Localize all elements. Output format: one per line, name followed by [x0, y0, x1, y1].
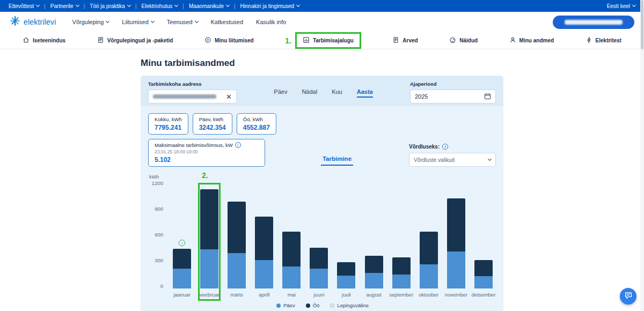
legend-dot — [276, 303, 281, 308]
calendar-icon[interactable] — [484, 93, 491, 101]
bar-segment-paev[interactable] — [310, 269, 328, 288]
chevron-down-icon — [632, 3, 636, 7]
nav-label: Võrguleping — [72, 19, 104, 25]
info-icon[interactable]: i — [235, 142, 241, 148]
bar-segment-paev[interactable] — [474, 276, 493, 288]
legend-item-öö: Öö — [306, 302, 320, 308]
chat-icon — [624, 291, 633, 302]
address-input[interactable]: ✕ — [148, 90, 237, 103]
bar-segment-paev[interactable] — [282, 266, 301, 288]
year-input[interactable]: 2025 — [410, 90, 496, 103]
bar-segment-oo[interactable] — [173, 249, 191, 269]
bar-segment-paev[interactable] — [447, 251, 465, 288]
bar-segment-oo[interactable] — [474, 260, 493, 276]
tab-paev[interactable]: Päev — [274, 88, 287, 98]
user-account-button[interactable] — [553, 16, 634, 29]
period-filter: Ajaperiood 2025 — [410, 81, 496, 100]
month-label: september — [389, 292, 413, 298]
bar-segment-paev[interactable] — [365, 273, 383, 288]
tab-tarbimine[interactable]: Tarbimine — [321, 156, 353, 166]
bar-column-aprill[interactable]: aprill — [252, 186, 276, 298]
bar-segment-paev[interactable] — [228, 253, 246, 288]
clear-address-icon[interactable]: ✕ — [226, 93, 232, 100]
info-icon[interactable]: i — [179, 240, 185, 246]
subnav-elektritest[interactable]: Elektritest — [586, 36, 621, 45]
bar-column-oktoober[interactable]: oktoober — [416, 186, 441, 298]
topbar-link-label: Ettevõttest — [9, 3, 34, 9]
stats-row-2: Maksimaalne tarbimisvõimsus, kW i 23.01.… — [148, 139, 496, 167]
bar-segment-paev[interactable] — [200, 249, 218, 288]
comparison-block: Võrdluseks: i Võrdluste valikud — [409, 144, 496, 167]
bar-column-märts[interactable]: märts — [224, 186, 249, 298]
bar-segment-paev[interactable] — [420, 264, 438, 288]
bar-segment-paev[interactable] — [173, 269, 191, 288]
elektrilevi-logo[interactable]: elektrilevi — [10, 16, 56, 28]
topbar-link-maaomanikule[interactable]: Maaomanikule — [189, 3, 229, 9]
bar-column-jaanuar[interactable]: ijaanuar — [170, 186, 194, 298]
bar-column-mai[interactable]: mai — [279, 186, 304, 298]
nav-vorguleping[interactable]: Võrguleping — [72, 19, 109, 25]
chevron-down-icon — [194, 19, 198, 23]
nav-liitumised[interactable]: Liitumised — [122, 19, 154, 25]
card-label: Kokku, kWh — [155, 116, 182, 122]
month-label: aprill — [259, 292, 269, 298]
bar-column-veebruar[interactable]: veebruar2. — [197, 186, 222, 298]
month-label: veebruar — [199, 292, 219, 298]
bar-segment-oo[interactable] — [392, 257, 411, 275]
lightning-icon — [586, 36, 592, 45]
logo-icon — [10, 16, 20, 28]
scrollbar-thumb[interactable] — [641, 0, 643, 49]
bar-segment-oo[interactable] — [447, 198, 465, 251]
tab-nadal[interactable]: Nädal — [302, 88, 317, 98]
bar-segment-oo[interactable] — [310, 248, 328, 269]
subnav-arved[interactable]: Arved — [392, 36, 418, 45]
bar-segment-oo[interactable] — [200, 189, 218, 249]
chart-legend: PäevÖöLepinguväline — [147, 302, 498, 311]
bar-column-juuni[interactable]: juuni — [306, 186, 331, 298]
tab-aasta[interactable]: Aasta — [357, 88, 373, 98]
subnav-iseteenindus[interactable]: Iseteenindus — [23, 36, 65, 45]
address-filter: Tarbimiskoha aadress ✕ — [148, 81, 237, 100]
annotation-step-2: 2. — [202, 171, 208, 180]
bar-segment-oo[interactable] — [420, 232, 438, 265]
bar-segment-paev[interactable] — [255, 260, 273, 288]
card-oo: Öö, kWh 4552.887 — [237, 113, 276, 135]
card-value: 4552.887 — [243, 124, 270, 131]
bar-segment-oo[interactable] — [337, 262, 355, 276]
nav-kasulik-info[interactable]: Kasulik info — [256, 19, 286, 25]
bar-segment-oo[interactable] — [228, 202, 246, 253]
subnav-label: Arved — [402, 38, 418, 43]
subnav-vorgulepingud[interactable]: Võrgulepingud ja -paketid — [97, 36, 173, 45]
nav-katkestused[interactable]: Katkestused — [211, 19, 244, 25]
comparison-select[interactable]: Võrdluste valikud — [409, 153, 496, 167]
bar-segment-oo[interactable] — [255, 217, 273, 261]
y-tick-label: 300 — [155, 257, 163, 263]
bar-column-juuli[interactable]: juuli — [334, 186, 358, 298]
bar-segment-paev[interactable] — [392, 275, 411, 288]
topbar-link-too-ja-praktika[interactable]: Töö ja praktika — [90, 3, 130, 9]
subnav-minu-andmed[interactable]: Minu andmed — [509, 36, 554, 45]
subnav-tarbimisajalugu[interactable]: Tarbimisajalugu — [303, 36, 354, 45]
page-scrollbar[interactable] — [640, 0, 644, 311]
bar-column-november[interactable]: november — [444, 186, 469, 298]
subnav-minu-liitumised[interactable]: Minu liitumised — [204, 36, 254, 45]
card-max-power: Maksimaalne tarbimisvõimsus, kW i 23.01.… — [148, 139, 265, 167]
language-selector[interactable]: Eesti keel — [607, 3, 635, 9]
y-axis-unit: kWh — [149, 174, 167, 180]
bar-segment-paev[interactable] — [337, 276, 355, 288]
tab-kuu[interactable]: Kuu — [332, 88, 342, 98]
bar-segment-oo[interactable] — [282, 232, 301, 267]
subnav-naidud[interactable]: Näidud — [449, 36, 478, 45]
bar-column-september[interactable]: september — [389, 186, 414, 298]
y-tick-label: 1200 — [152, 180, 163, 186]
nav-teenused[interactable]: Teenused — [167, 19, 198, 25]
bar-column-detsember[interactable]: detsember — [471, 186, 496, 298]
info-icon[interactable]: i — [442, 144, 448, 150]
bar-column-august[interactable]: august — [362, 186, 386, 298]
topbar-link-elektriohutus[interactable]: Elektriohutus — [141, 3, 178, 9]
topbar-link-hinnakiri[interactable]: Hinnakiri ja tingimused — [240, 3, 300, 9]
topbar-link-ettevottest[interactable]: Ettevõttest — [9, 3, 39, 9]
chat-button[interactable] — [620, 288, 636, 305]
topbar-link-partnerile[interactable]: Partnerile — [50, 3, 79, 9]
bar-segment-oo[interactable] — [365, 256, 383, 273]
